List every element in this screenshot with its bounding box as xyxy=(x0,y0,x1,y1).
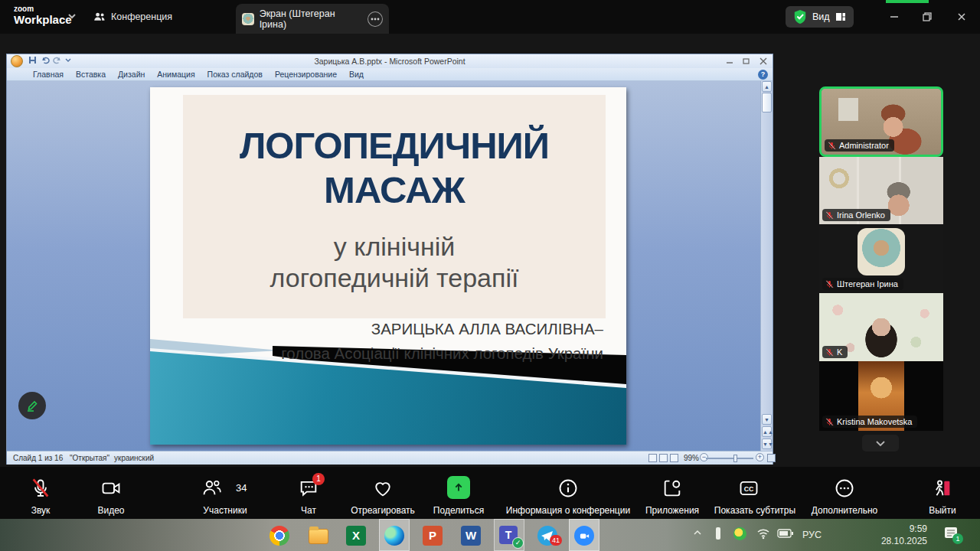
ribbon-tab-animations[interactable]: Анимация xyxy=(157,70,194,79)
scroll-up-button[interactable]: ▲ xyxy=(762,81,772,92)
ppt-minimize-button[interactable] xyxy=(725,57,734,67)
redo-icon[interactable] xyxy=(53,56,62,66)
taskbar-time: 9:59 xyxy=(869,523,927,535)
next-slide-button[interactable]: ▼▼ xyxy=(762,439,772,449)
normal-view-button[interactable] xyxy=(648,454,657,462)
zoom-app-icon[interactable] xyxy=(574,526,594,546)
fit-to-window-button[interactable] xyxy=(767,454,776,462)
captions-button[interactable]: CC Показать субтитры xyxy=(706,476,804,516)
participants-button[interactable]: 34 Участники xyxy=(193,476,257,516)
window-close-button[interactable] xyxy=(956,11,968,23)
participants-count: 34 xyxy=(236,482,247,494)
video-tile-k[interactable]: K xyxy=(819,293,943,361)
brand-zoom: zoom xyxy=(14,5,72,13)
tab-screen-share[interactable]: Экран (Штегеран Ірина) xyxy=(236,4,389,34)
participant-name-badge: Штегеран Ірина xyxy=(822,278,903,290)
chat-button[interactable]: 1 Чат xyxy=(286,476,331,516)
chrome-icon[interactable] xyxy=(270,526,289,546)
ribbon-tab-slideshow[interactable]: Показ слайдов xyxy=(207,70,263,79)
leave-label: Выйти xyxy=(916,505,969,516)
slide-sorter-view-button[interactable] xyxy=(659,454,668,462)
video-tile-irina-orlenko[interactable]: Irina Orlenko xyxy=(819,157,943,224)
active-share-indicator xyxy=(886,0,929,3)
ribbon-tab-view[interactable]: Вид xyxy=(349,70,364,79)
slideshow-view-button[interactable] xyxy=(670,454,678,462)
undo-icon[interactable] xyxy=(41,56,50,66)
more-icon xyxy=(834,478,855,499)
word-icon[interactable]: W xyxy=(461,526,481,546)
slide: ЛОГОПЕДИЧНИЙ МАСАЖ у клінічній логопедич… xyxy=(150,87,626,445)
antivirus-icon[interactable] xyxy=(733,527,746,540)
ppt-close-button[interactable] xyxy=(759,57,768,67)
tray-expand-icon[interactable] xyxy=(693,529,702,536)
tab-screen-label: Экран (Штегеран Ірина) xyxy=(260,8,363,30)
info-icon xyxy=(557,478,579,499)
notification-badge: 1 xyxy=(952,533,963,544)
muted-mic-icon xyxy=(825,418,834,426)
reactions-label: Отреагировать xyxy=(341,505,424,516)
ppt-title-bar: Зарицька А.В.pptx - Microsoft PowerPoint xyxy=(7,54,773,68)
slide-title-block: ЛОГОПЕДИЧНИЙ МАСАЖ у клінічній логопедич… xyxy=(183,95,606,318)
share-screen-button[interactable]: Поделиться xyxy=(423,476,495,516)
audio-button[interactable]: Звук xyxy=(17,476,64,516)
scroll-down-button[interactable]: ▼ xyxy=(762,414,772,425)
video-tile-shtegeran-irina[interactable]: Штегеран Ірина xyxy=(819,224,943,293)
meeting-info-label: Информация о конференции xyxy=(496,505,640,516)
participant-name-badge: Kristina Makovetska xyxy=(822,416,917,428)
slide-subtitle-line2: логопедичній терапії xyxy=(183,262,606,294)
ribbon-tab-review[interactable]: Рецензирование xyxy=(275,70,337,79)
telegram-icon[interactable]: 41 xyxy=(537,526,557,546)
reactions-button[interactable]: Отреагировать xyxy=(341,476,424,516)
apps-button[interactable]: Приложения xyxy=(642,476,703,516)
ribbon-tab-design[interactable]: Дизайн xyxy=(118,70,145,79)
participants-label: Участники xyxy=(193,505,257,516)
tab-meeting[interactable]: Конференция xyxy=(93,6,172,28)
battery-icon[interactable] xyxy=(777,529,794,538)
window-maximize-button[interactable] xyxy=(921,11,933,23)
zoom-workplace-logo: zoom Workplace xyxy=(14,5,72,26)
muted-mic-icon xyxy=(30,478,51,499)
tab-more-icon[interactable] xyxy=(368,11,383,27)
powerpoint-icon[interactable]: P xyxy=(423,526,443,546)
zoom-slider[interactable] xyxy=(706,458,753,459)
more-button[interactable]: Дополнительно xyxy=(802,476,887,516)
ribbon-tab-home[interactable]: Главная xyxy=(33,70,64,79)
video-tile-administrator[interactable]: Administrator xyxy=(819,86,943,157)
previous-slide-button[interactable]: ▲▲ xyxy=(762,426,772,437)
annotate-button[interactable] xyxy=(18,392,46,419)
wifi-icon[interactable] xyxy=(756,527,770,540)
leave-button[interactable]: Выйти xyxy=(916,476,969,516)
zoom-slider-thumb[interactable] xyxy=(733,455,737,462)
slide-subtitle: у клінічній логопедичній терапії xyxy=(183,231,606,295)
usb-device-icon[interactable] xyxy=(714,526,723,541)
window-minimize-button[interactable] xyxy=(888,11,900,23)
taskbar-clock[interactable]: 9:59 28.10.2025 xyxy=(869,523,927,547)
chevron-down-icon[interactable] xyxy=(67,13,77,19)
excel-icon[interactable]: X xyxy=(346,526,366,546)
vertical-scrollbar[interactable]: ▲ ▼ ▲▲ ▼▼ xyxy=(760,81,773,451)
meeting-toolbar: Звук Видео 34 Участники 1 Чат Отреагиров… xyxy=(0,467,980,519)
save-icon[interactable] xyxy=(28,56,37,66)
ribbon-tab-insert[interactable]: Вставка xyxy=(76,70,106,79)
view-button[interactable]: Вид xyxy=(786,6,854,28)
language-indicator[interactable]: РУС xyxy=(802,530,822,540)
ppt-restore-button[interactable] xyxy=(742,57,751,67)
language-indicator[interactable]: украинский xyxy=(114,454,154,462)
gallery-scroll-down-button[interactable] xyxy=(862,435,899,452)
help-icon[interactable]: ? xyxy=(758,70,768,80)
file-explorer-icon[interactable] xyxy=(309,526,328,546)
muted-mic-icon xyxy=(828,142,836,150)
teams-icon[interactable]: T ✓ xyxy=(499,526,519,546)
notification-center-icon[interactable]: 1 xyxy=(943,526,959,544)
ppt-window-title: Зарицька А.В.pptx - Microsoft PowerPoint xyxy=(7,57,773,66)
video-tile-kristina-makovetska[interactable]: Kristina Makovetska xyxy=(819,361,943,431)
meeting-info-button[interactable]: Информация о конференции xyxy=(496,476,640,516)
cc-icon: CC xyxy=(738,478,760,499)
edge-icon[interactable] xyxy=(384,526,404,546)
video-button[interactable]: Видео xyxy=(86,476,136,516)
view-button-label: Вид xyxy=(812,11,830,22)
zoom-in-button[interactable]: + xyxy=(756,453,764,461)
scrollbar-thumb[interactable] xyxy=(762,93,772,112)
office-button[interactable] xyxy=(11,55,23,67)
qat-dropdown-icon[interactable] xyxy=(65,56,71,65)
